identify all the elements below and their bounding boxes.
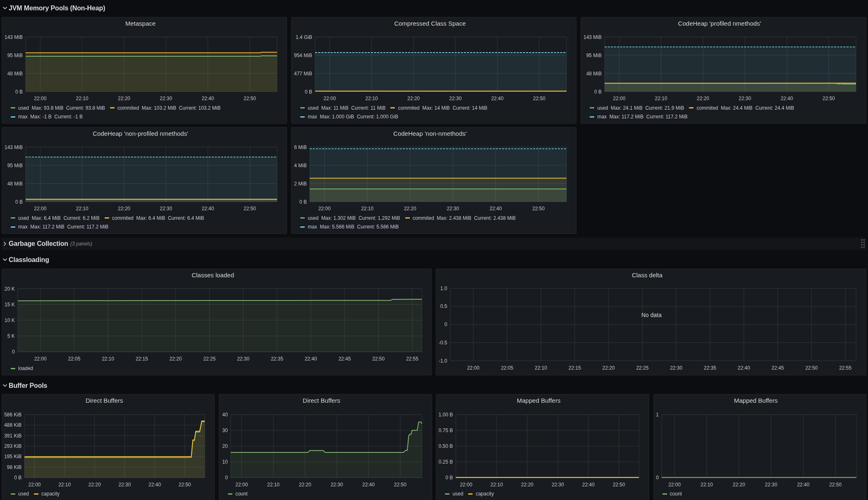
svg-text:22:40: 22:40: [362, 482, 375, 488]
svg-text:22:50: 22:50: [244, 96, 256, 101]
svg-text:143 MiB: 143 MiB: [583, 34, 602, 40]
svg-text:0 B: 0 B: [305, 89, 312, 95]
svg-text:22:30: 22:30: [449, 96, 461, 101]
svg-text:22:40: 22:40: [202, 96, 214, 101]
svg-text:954 MiB: 954 MiB: [294, 53, 312, 58]
svg-text:22:40: 22:40: [202, 206, 214, 212]
svg-text:22:55: 22:55: [406, 356, 418, 362]
svg-text:22:00: 22:00: [34, 206, 46, 212]
svg-text:22:10: 22:10: [490, 482, 503, 488]
svg-text:22:30: 22:30: [118, 482, 131, 488]
svg-text:22:05: 22:05: [68, 356, 80, 362]
svg-text:22:10: 22:10: [102, 356, 114, 362]
svg-text:0: 0: [445, 322, 447, 327]
svg-text:586 KiB: 586 KiB: [4, 412, 22, 418]
svg-text:22:10: 22:10: [76, 206, 88, 212]
svg-text:22:50: 22:50: [806, 365, 818, 371]
svg-text:0.75 B: 0.75 B: [439, 428, 453, 433]
svg-text:1.0: 1.0: [440, 286, 447, 291]
svg-text:22:25: 22:25: [203, 356, 215, 362]
svg-text:22:20: 22:20: [299, 482, 311, 488]
svg-text:488 KiB: 488 KiB: [4, 422, 22, 428]
svg-text:22:20: 22:20: [118, 96, 130, 101]
svg-text:4 MiB: 4 MiB: [294, 163, 307, 168]
svg-text:143 MiB: 143 MiB: [5, 144, 23, 150]
svg-text:22:00: 22:00: [613, 96, 626, 101]
svg-text:5 K: 5 K: [7, 333, 15, 339]
svg-text:-0.5: -0.5: [439, 340, 447, 346]
svg-text:22:50: 22:50: [613, 482, 625, 488]
svg-text:22:20: 22:20: [407, 96, 420, 101]
svg-text:22:30: 22:30: [765, 482, 777, 488]
svg-text:0 B: 0 B: [15, 89, 23, 95]
svg-text:22:25: 22:25: [636, 365, 649, 371]
svg-text:22:35: 22:35: [271, 356, 283, 362]
svg-text:22:00: 22:00: [323, 96, 336, 101]
svg-text:22:40: 22:40: [490, 206, 502, 212]
svg-text:22:55: 22:55: [839, 365, 851, 371]
svg-text:22:20: 22:20: [118, 206, 130, 212]
svg-text:22:30: 22:30: [331, 482, 343, 488]
svg-text:143 MiB: 143 MiB: [5, 34, 23, 40]
svg-text:22:50: 22:50: [532, 206, 545, 212]
svg-text:22:30: 22:30: [160, 206, 172, 212]
svg-text:1: 1: [656, 412, 659, 418]
svg-text:0 B: 0 B: [14, 475, 22, 481]
svg-text:22:15: 22:15: [136, 356, 148, 362]
svg-text:195 KiB: 195 KiB: [4, 454, 22, 459]
svg-text:22:10: 22:10: [535, 365, 547, 371]
svg-text:2 MiB: 2 MiB: [294, 181, 307, 187]
svg-text:22:00: 22:00: [34, 96, 46, 101]
svg-text:22:00: 22:00: [34, 356, 47, 362]
svg-text:22:00: 22:00: [467, 365, 480, 371]
svg-text:22:40: 22:40: [781, 96, 793, 101]
svg-text:6 MiB: 6 MiB: [294, 144, 307, 150]
svg-text:98 KiB: 98 KiB: [7, 464, 22, 470]
svg-text:0.25 B: 0.25 B: [439, 459, 453, 465]
svg-text:48 MiB: 48 MiB: [586, 71, 602, 77]
svg-text:22:20: 22:20: [697, 96, 709, 101]
svg-text:0.5: 0.5: [440, 303, 447, 309]
svg-text:22:30: 22:30: [552, 482, 564, 488]
svg-text:22:10: 22:10: [655, 96, 667, 101]
svg-text:22:20: 22:20: [88, 482, 101, 488]
svg-text:22:40: 22:40: [797, 482, 809, 488]
svg-text:0: 0: [12, 349, 15, 355]
svg-text:22:10: 22:10: [58, 482, 71, 488]
svg-text:22:30: 22:30: [739, 96, 751, 101]
svg-text:22:50: 22:50: [823, 96, 835, 101]
svg-text:95 MiB: 95 MiB: [7, 53, 23, 58]
svg-text:10: 10: [222, 459, 228, 465]
svg-text:22:00: 22:00: [318, 206, 331, 212]
svg-text:48 MiB: 48 MiB: [7, 181, 23, 187]
svg-text:22:30: 22:30: [160, 96, 172, 101]
svg-text:0: 0: [656, 475, 659, 481]
svg-text:22:50: 22:50: [394, 482, 407, 488]
svg-text:22:30: 22:30: [237, 356, 249, 362]
svg-text:1.00 B: 1.00 B: [439, 412, 453, 418]
svg-text:20: 20: [222, 443, 228, 449]
svg-text:22:40: 22:40: [305, 356, 317, 362]
svg-text:30: 30: [222, 428, 228, 433]
svg-text:48 MiB: 48 MiB: [7, 71, 23, 77]
svg-text:477 MiB: 477 MiB: [294, 71, 312, 77]
svg-text:22:50: 22:50: [829, 482, 842, 488]
svg-text:22:00: 22:00: [235, 482, 248, 488]
svg-text:22:20: 22:20: [603, 365, 615, 371]
svg-text:0 B: 0 B: [594, 89, 602, 95]
svg-text:22:45: 22:45: [338, 356, 351, 362]
svg-text:0 B: 0 B: [299, 199, 307, 205]
svg-text:22:40: 22:40: [582, 482, 595, 488]
svg-text:22:20: 22:20: [404, 206, 416, 212]
svg-text:15 K: 15 K: [5, 302, 15, 308]
svg-text:22:40: 22:40: [148, 482, 161, 488]
svg-text:22:50: 22:50: [372, 356, 385, 362]
svg-text:22:20: 22:20: [170, 356, 182, 362]
svg-text:22:10: 22:10: [366, 96, 378, 101]
svg-text:22:40: 22:40: [738, 365, 750, 371]
svg-text:22:45: 22:45: [772, 365, 784, 371]
svg-text:20 K: 20 K: [5, 286, 15, 292]
svg-text:22:30: 22:30: [670, 365, 682, 371]
svg-text:0 B: 0 B: [15, 199, 23, 205]
svg-text:22:40: 22:40: [491, 96, 504, 101]
